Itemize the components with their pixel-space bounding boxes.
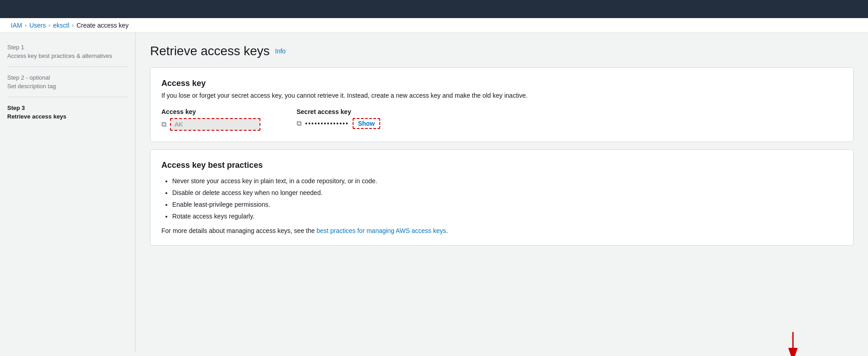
best-practice-4: Rotate access keys regularly. — [172, 213, 842, 220]
access-key-field: Access key ⧉ AK — [161, 108, 260, 131]
page-title: Retrieve access keys — [150, 44, 270, 58]
access-key-value-row: ⧉ AK — [161, 118, 260, 131]
breadcrumb-users[interactable]: Users — [29, 22, 46, 29]
more-info-suffix: . — [446, 227, 448, 234]
secret-key-field: Secret access key ⧉ •••••••••••••• Show — [297, 108, 380, 129]
more-info-prefix: For more details about managing access k… — [161, 227, 316, 234]
info-link[interactable]: Info — [275, 47, 286, 55]
show-secret-key-button[interactable]: Show — [353, 118, 380, 129]
breadcrumb-current: Create access key — [76, 22, 128, 29]
sidebar-step-2-title: Set description tag — [7, 83, 128, 90]
access-key-text: AK — [175, 121, 183, 128]
access-key-card-desc: If you lose or forget your secret access… — [161, 92, 842, 99]
top-navigation — [0, 0, 868, 18]
best-practices-list: Never store your access key in plain tex… — [161, 177, 842, 220]
sidebar-step-1: Step 1 Access key best practices & alter… — [7, 44, 128, 67]
main-layout: Step 1 Access key best practices & alter… — [0, 33, 868, 353]
breadcrumb-sep-3: › — [72, 22, 74, 28]
down-arrow-icon — [785, 332, 801, 356]
sidebar: Step 1 Access key best practices & alter… — [0, 33, 136, 353]
page-title-row: Retrieve access keys Info — [150, 44, 854, 58]
secret-key-value: •••••••••••••• — [305, 120, 349, 127]
best-practice-3: Enable least-privilege permissions. — [172, 201, 842, 208]
breadcrumb: IAM › Users › eksctl › Create access key — [0, 18, 868, 33]
sidebar-step-3-number: Step 3 — [7, 104, 128, 111]
keys-row: Access key ⧉ AK Secret access key ⧉ ••••… — [161, 108, 842, 131]
footer-actions: Download .csv file Done — [0, 353, 868, 356]
breadcrumb-sep-2: › — [48, 22, 50, 28]
access-key-value[interactable]: AK — [170, 118, 260, 131]
access-key-label: Access key — [161, 108, 260, 115]
breadcrumb-sep-1: › — [25, 22, 27, 28]
content-area: Retrieve access keys Info Access key If … — [136, 33, 868, 353]
best-practice-1: Never store your access key in plain tex… — [172, 177, 842, 185]
best-practice-2: Disable or delete access key when no lon… — [172, 189, 842, 196]
access-key-card: Access key If you lose or forget your se… — [150, 67, 854, 142]
copy-access-key-icon[interactable]: ⧉ — [161, 120, 166, 128]
secret-key-value-row: ⧉ •••••••••••••• Show — [297, 118, 380, 129]
copy-secret-key-icon[interactable]: ⧉ — [297, 119, 302, 128]
breadcrumb-iam[interactable]: IAM — [11, 22, 22, 29]
sidebar-step-3: Step 3 Retrieve access keys — [7, 104, 128, 127]
access-key-card-title: Access key — [161, 79, 842, 88]
more-info-text: For more details about managing access k… — [161, 227, 842, 234]
best-practices-link[interactable]: best practices for managing AWS access k… — [316, 227, 446, 234]
breadcrumb-eksctl[interactable]: eksctl — [53, 22, 69, 29]
sidebar-step-3-title: Retrieve access keys — [7, 113, 128, 120]
best-practices-card: Access key best practices Never store yo… — [150, 149, 854, 246]
sidebar-step-1-number: Step 1 — [7, 44, 128, 51]
secret-key-label: Secret access key — [297, 108, 380, 115]
sidebar-step-2-number: Step 2 - optional — [7, 74, 128, 81]
best-practices-title: Access key best practices — [161, 161, 842, 170]
sidebar-step-1-title: Access key best practices & alternatives — [7, 52, 128, 59]
sidebar-step-2: Step 2 - optional Set description tag — [7, 74, 128, 97]
